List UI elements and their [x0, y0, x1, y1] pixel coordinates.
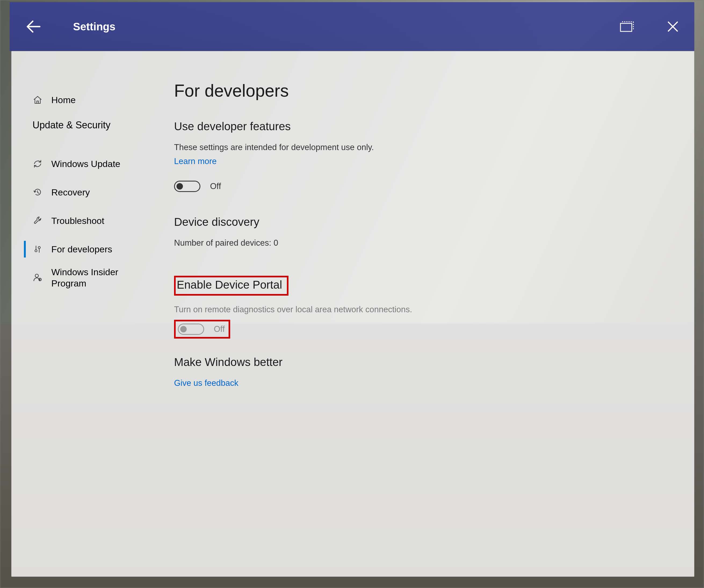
- highlight-device-portal-toggle: Off: [174, 320, 230, 339]
- sidebar-item-label: Windows Update: [51, 159, 120, 169]
- dev-features-toggle-label: Off: [210, 182, 221, 191]
- section-heading-developer-features: Use developer features: [174, 120, 675, 133]
- svg-point-12: [35, 274, 39, 277]
- sync-icon: [33, 159, 43, 169]
- sidebar-item-label: Windows Insider Program: [51, 266, 153, 289]
- home-icon: [33, 95, 43, 105]
- sidebar-item-windows-update[interactable]: Windows Update: [11, 149, 166, 178]
- wrench-icon: [33, 216, 43, 226]
- dev-features-toggle[interactable]: [174, 181, 200, 192]
- sidebar-item-home[interactable]: Home: [11, 86, 166, 114]
- history-icon: [33, 187, 43, 197]
- device-portal-toggle-label: Off: [214, 324, 225, 334]
- back-button[interactable]: [23, 16, 44, 37]
- paired-devices-count: Number of paired devices: 0: [174, 238, 675, 248]
- sidebar-item-for-developers[interactable]: For developers: [11, 235, 166, 263]
- svg-line-7: [38, 193, 39, 193]
- sidebar-item-label: Troubleshoot: [51, 216, 104, 226]
- sidebar-item-label: Recovery: [51, 187, 90, 198]
- device-portal-description: Turn on remote diagnostics over local ar…: [174, 305, 675, 314]
- svg-point-9: [35, 250, 37, 252]
- svg-point-11: [38, 247, 40, 249]
- device-portal-toggle[interactable]: [178, 324, 204, 335]
- close-icon[interactable]: [665, 18, 681, 35]
- developer-icon: [33, 244, 43, 254]
- person-badge-icon: [33, 272, 43, 283]
- page-title: For developers: [174, 81, 675, 101]
- give-feedback-link[interactable]: Give us feedback: [174, 378, 675, 388]
- sidebar-item-troubleshoot[interactable]: Troubleshoot: [11, 206, 166, 235]
- titlebar: Settings: [10, 2, 694, 51]
- highlight-enable-device-portal-heading: Enable Device Portal: [174, 276, 289, 296]
- section-heading-device-discovery: Device discovery: [174, 216, 675, 228]
- dev-features-description: These settings are intended for developm…: [174, 143, 675, 152]
- title-text: Settings: [73, 21, 116, 33]
- content-panel: Home Update & Security Windows Update Re…: [11, 51, 694, 577]
- sidebar-item-label: For developers: [51, 244, 112, 255]
- main-content: For developers Use developer features Th…: [166, 51, 694, 577]
- sidebar-category: Update & Security: [11, 114, 166, 136]
- section-heading-make-windows-better: Make Windows better: [174, 356, 675, 369]
- sidebar-item-recovery[interactable]: Recovery: [11, 178, 166, 206]
- svg-rect-1: [621, 23, 632, 31]
- sidebar-item-windows-insider[interactable]: Windows Insider Program: [11, 263, 166, 292]
- learn-more-link[interactable]: Learn more: [174, 156, 675, 166]
- sidebar: Home Update & Security Windows Update Re…: [11, 51, 166, 577]
- sidebar-item-label: Home: [51, 95, 76, 105]
- section-heading-device-portal: Enable Device Portal: [177, 278, 282, 291]
- window-switcher-icon[interactable]: [619, 18, 635, 35]
